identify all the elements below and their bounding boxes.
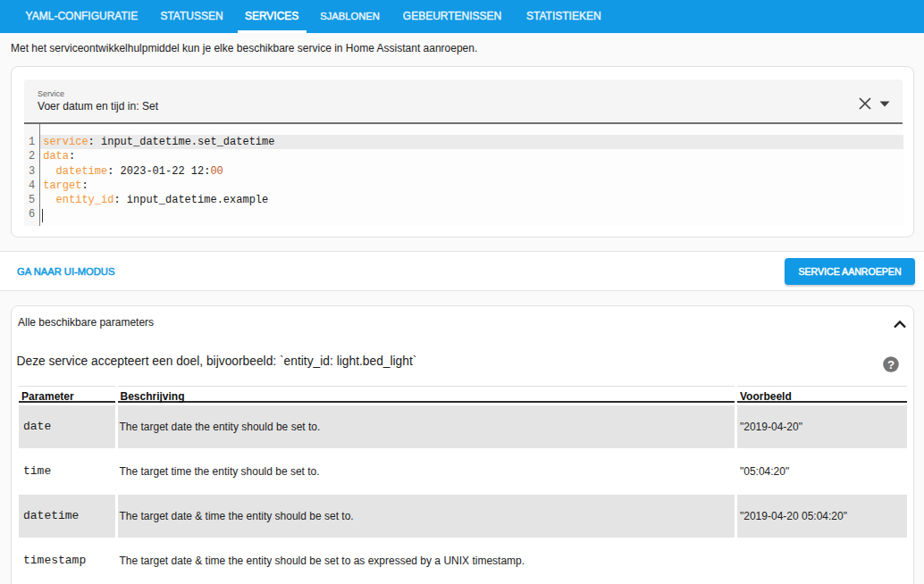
- svg-text:?: ?: [887, 357, 895, 371]
